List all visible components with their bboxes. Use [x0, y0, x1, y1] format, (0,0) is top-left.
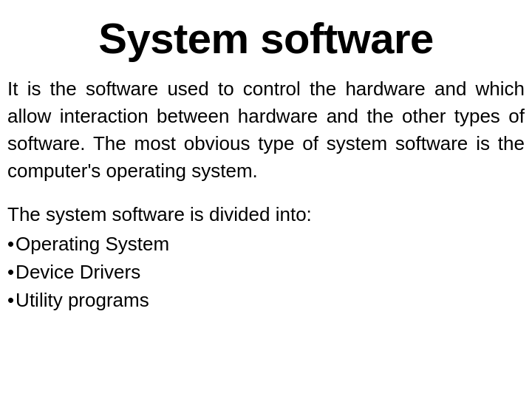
list-item-text: Utility programs: [16, 287, 149, 315]
list-section: The system software is divided into: • O…: [7, 200, 525, 314]
list-intro: The system software is divided into:: [7, 200, 525, 229]
main-paragraph: It is the software used to control the h…: [7, 75, 525, 185]
list-item: • Utility programs: [7, 287, 525, 315]
list-item-text: Device Drivers: [16, 259, 140, 287]
page-container: System software It is the software used …: [0, 0, 532, 399]
list-item: • Operating System: [7, 231, 525, 259]
list-item: • Device Drivers: [7, 259, 525, 287]
bullet-icon: •: [7, 259, 14, 287]
bullet-icon: •: [7, 231, 14, 259]
page-title: System software: [7, 15, 525, 62]
list-item-text: Operating System: [16, 231, 169, 259]
bullet-icon: •: [7, 287, 14, 315]
